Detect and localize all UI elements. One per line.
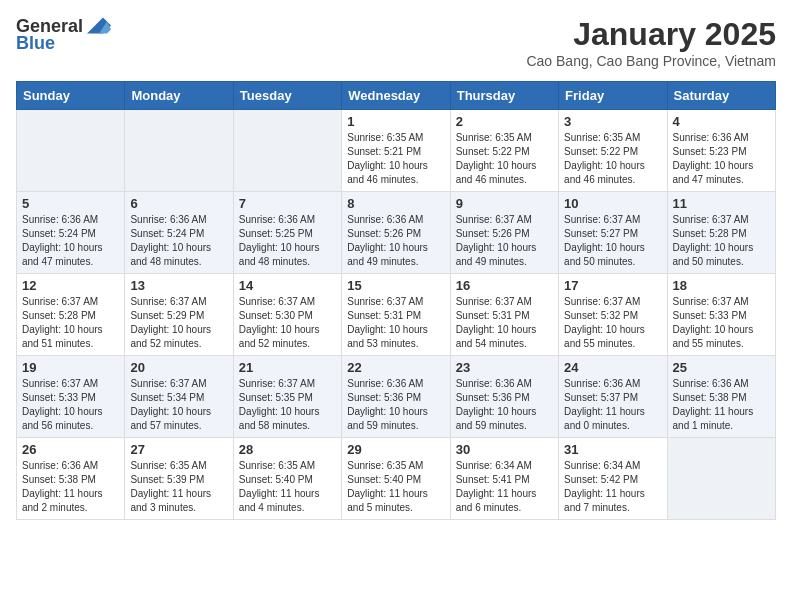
calendar-week-row: 26Sunrise: 6:36 AM Sunset: 5:38 PM Dayli… [17,438,776,520]
day-info: Sunrise: 6:35 AM Sunset: 5:40 PM Dayligh… [239,459,336,515]
day-info: Sunrise: 6:37 AM Sunset: 5:34 PM Dayligh… [130,377,227,433]
day-number: 18 [673,278,770,293]
day-info: Sunrise: 6:35 AM Sunset: 5:21 PM Dayligh… [347,131,444,187]
day-number: 7 [239,196,336,211]
day-of-week-header: Tuesday [233,82,341,110]
day-info: Sunrise: 6:36 AM Sunset: 5:23 PM Dayligh… [673,131,770,187]
day-info: Sunrise: 6:35 AM Sunset: 5:22 PM Dayligh… [456,131,553,187]
day-number: 10 [564,196,661,211]
calendar-cell: 19Sunrise: 6:37 AM Sunset: 5:33 PM Dayli… [17,356,125,438]
day-info: Sunrise: 6:37 AM Sunset: 5:35 PM Dayligh… [239,377,336,433]
calendar-cell [233,110,341,192]
calendar-cell: 7Sunrise: 6:36 AM Sunset: 5:25 PM Daylig… [233,192,341,274]
day-number: 15 [347,278,444,293]
day-info: Sunrise: 6:35 AM Sunset: 5:40 PM Dayligh… [347,459,444,515]
calendar-week-row: 19Sunrise: 6:37 AM Sunset: 5:33 PM Dayli… [17,356,776,438]
calendar-cell: 18Sunrise: 6:37 AM Sunset: 5:33 PM Dayli… [667,274,775,356]
calendar-cell: 17Sunrise: 6:37 AM Sunset: 5:32 PM Dayli… [559,274,667,356]
day-number: 16 [456,278,553,293]
calendar-cell: 29Sunrise: 6:35 AM Sunset: 5:40 PM Dayli… [342,438,450,520]
calendar-cell [667,438,775,520]
day-number: 8 [347,196,444,211]
calendar-cell: 16Sunrise: 6:37 AM Sunset: 5:31 PM Dayli… [450,274,558,356]
page-header: General Blue January 2025 Cao Bang, Cao … [16,16,776,69]
calendar-cell [17,110,125,192]
day-number: 13 [130,278,227,293]
calendar-cell: 21Sunrise: 6:37 AM Sunset: 5:35 PM Dayli… [233,356,341,438]
day-info: Sunrise: 6:36 AM Sunset: 5:26 PM Dayligh… [347,213,444,269]
day-number: 2 [456,114,553,129]
calendar-cell: 6Sunrise: 6:36 AM Sunset: 5:24 PM Daylig… [125,192,233,274]
day-number: 17 [564,278,661,293]
calendar-cell: 2Sunrise: 6:35 AM Sunset: 5:22 PM Daylig… [450,110,558,192]
calendar-cell: 26Sunrise: 6:36 AM Sunset: 5:38 PM Dayli… [17,438,125,520]
calendar-cell: 3Sunrise: 6:35 AM Sunset: 5:22 PM Daylig… [559,110,667,192]
day-number: 12 [22,278,119,293]
day-info: Sunrise: 6:37 AM Sunset: 5:28 PM Dayligh… [22,295,119,351]
day-number: 28 [239,442,336,457]
day-info: Sunrise: 6:34 AM Sunset: 5:42 PM Dayligh… [564,459,661,515]
day-info: Sunrise: 6:35 AM Sunset: 5:39 PM Dayligh… [130,459,227,515]
day-info: Sunrise: 6:36 AM Sunset: 5:36 PM Dayligh… [456,377,553,433]
day-info: Sunrise: 6:34 AM Sunset: 5:41 PM Dayligh… [456,459,553,515]
day-number: 24 [564,360,661,375]
calendar-cell: 22Sunrise: 6:36 AM Sunset: 5:36 PM Dayli… [342,356,450,438]
title-section: January 2025 Cao Bang, Cao Bang Province… [526,16,776,69]
day-info: Sunrise: 6:36 AM Sunset: 5:37 PM Dayligh… [564,377,661,433]
calendar-cell [125,110,233,192]
calendar-cell: 28Sunrise: 6:35 AM Sunset: 5:40 PM Dayli… [233,438,341,520]
day-number: 20 [130,360,227,375]
calendar-cell: 8Sunrise: 6:36 AM Sunset: 5:26 PM Daylig… [342,192,450,274]
day-number: 19 [22,360,119,375]
day-number: 14 [239,278,336,293]
day-number: 22 [347,360,444,375]
day-info: Sunrise: 6:37 AM Sunset: 5:27 PM Dayligh… [564,213,661,269]
day-info: Sunrise: 6:37 AM Sunset: 5:26 PM Dayligh… [456,213,553,269]
calendar-cell: 20Sunrise: 6:37 AM Sunset: 5:34 PM Dayli… [125,356,233,438]
calendar-week-row: 1Sunrise: 6:35 AM Sunset: 5:21 PM Daylig… [17,110,776,192]
calendar-cell: 1Sunrise: 6:35 AM Sunset: 5:21 PM Daylig… [342,110,450,192]
day-number: 25 [673,360,770,375]
calendar-cell: 9Sunrise: 6:37 AM Sunset: 5:26 PM Daylig… [450,192,558,274]
day-info: Sunrise: 6:36 AM Sunset: 5:24 PM Dayligh… [22,213,119,269]
day-of-week-header: Saturday [667,82,775,110]
day-info: Sunrise: 6:35 AM Sunset: 5:22 PM Dayligh… [564,131,661,187]
calendar-cell: 14Sunrise: 6:37 AM Sunset: 5:30 PM Dayli… [233,274,341,356]
calendar-table: SundayMondayTuesdayWednesdayThursdayFrid… [16,81,776,520]
day-info: Sunrise: 6:37 AM Sunset: 5:28 PM Dayligh… [673,213,770,269]
location-title: Cao Bang, Cao Bang Province, Vietnam [526,53,776,69]
calendar-cell: 15Sunrise: 6:37 AM Sunset: 5:31 PM Dayli… [342,274,450,356]
day-info: Sunrise: 6:36 AM Sunset: 5:38 PM Dayligh… [22,459,119,515]
calendar-cell: 11Sunrise: 6:37 AM Sunset: 5:28 PM Dayli… [667,192,775,274]
day-info: Sunrise: 6:37 AM Sunset: 5:33 PM Dayligh… [22,377,119,433]
calendar-week-row: 12Sunrise: 6:37 AM Sunset: 5:28 PM Dayli… [17,274,776,356]
day-of-week-header: Sunday [17,82,125,110]
calendar-cell: 12Sunrise: 6:37 AM Sunset: 5:28 PM Dayli… [17,274,125,356]
day-number: 5 [22,196,119,211]
day-info: Sunrise: 6:36 AM Sunset: 5:24 PM Dayligh… [130,213,227,269]
calendar-cell: 10Sunrise: 6:37 AM Sunset: 5:27 PM Dayli… [559,192,667,274]
day-info: Sunrise: 6:37 AM Sunset: 5:32 PM Dayligh… [564,295,661,351]
calendar-cell: 31Sunrise: 6:34 AM Sunset: 5:42 PM Dayli… [559,438,667,520]
calendar-week-row: 5Sunrise: 6:36 AM Sunset: 5:24 PM Daylig… [17,192,776,274]
calendar-cell: 23Sunrise: 6:36 AM Sunset: 5:36 PM Dayli… [450,356,558,438]
day-number: 23 [456,360,553,375]
day-of-week-header: Wednesday [342,82,450,110]
calendar-cell: 30Sunrise: 6:34 AM Sunset: 5:41 PM Dayli… [450,438,558,520]
calendar-cell: 13Sunrise: 6:37 AM Sunset: 5:29 PM Dayli… [125,274,233,356]
logo-icon [87,17,111,37]
calendar-cell: 5Sunrise: 6:36 AM Sunset: 5:24 PM Daylig… [17,192,125,274]
calendar-cell: 27Sunrise: 6:35 AM Sunset: 5:39 PM Dayli… [125,438,233,520]
day-number: 6 [130,196,227,211]
day-number: 21 [239,360,336,375]
day-info: Sunrise: 6:37 AM Sunset: 5:29 PM Dayligh… [130,295,227,351]
day-number: 11 [673,196,770,211]
day-info: Sunrise: 6:37 AM Sunset: 5:31 PM Dayligh… [456,295,553,351]
day-of-week-header: Monday [125,82,233,110]
day-number: 29 [347,442,444,457]
day-of-week-header: Friday [559,82,667,110]
calendar-cell: 25Sunrise: 6:36 AM Sunset: 5:38 PM Dayli… [667,356,775,438]
month-title: January 2025 [526,16,776,53]
day-number: 3 [564,114,661,129]
day-number: 9 [456,196,553,211]
